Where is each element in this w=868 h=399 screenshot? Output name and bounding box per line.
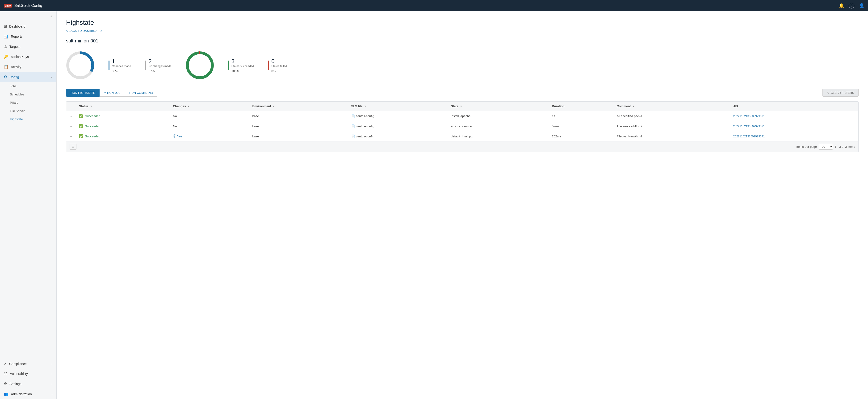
sidebar-item-settings[interactable]: ⚙ Settings › bbox=[0, 379, 56, 389]
th-status[interactable]: Status ▼ bbox=[76, 102, 169, 111]
expand-cell[interactable]: ›› bbox=[66, 111, 76, 121]
changes-cell: No bbox=[169, 111, 249, 121]
sidebar-item-label: Minion Keys bbox=[11, 55, 29, 59]
run-highstate-button[interactable]: RUN HIGHSTATE bbox=[66, 89, 99, 97]
help-icon[interactable]: ? bbox=[849, 3, 854, 8]
run-command-button[interactable]: RUN COMMAND bbox=[125, 89, 157, 97]
sidebar-collapse-button[interactable]: « bbox=[0, 11, 56, 21]
columns-button[interactable]: ⊞ bbox=[70, 144, 76, 149]
status-value: ✅Succeeded bbox=[79, 134, 166, 138]
environment-value: base bbox=[252, 114, 259, 118]
comment-filter-icon[interactable]: ▼ bbox=[632, 105, 635, 108]
sidebar-item-dashboard[interactable]: ⊞ Dashboard bbox=[0, 21, 56, 31]
changes-cell: No bbox=[169, 121, 249, 131]
table-row: ›› ✅Succeeded No base 📄centos-config ens… bbox=[66, 121, 858, 131]
changes-value: No bbox=[173, 125, 177, 128]
notifications-icon[interactable]: 🔔 bbox=[839, 3, 844, 8]
sidebar-item-label: Vulnerability bbox=[10, 372, 28, 376]
run-job-button[interactable]: ✏ RUN JOB bbox=[99, 89, 125, 97]
th-state[interactable]: State ▼ bbox=[447, 102, 549, 111]
failed-label: States failed bbox=[271, 65, 287, 68]
environment-cell: base bbox=[249, 131, 348, 141]
sidebar-item-reports[interactable]: 📊 Reports bbox=[0, 31, 56, 41]
sidebar-item-label: Dashboard bbox=[9, 25, 26, 28]
sidebar-item-compliance[interactable]: ✓ Compliance › bbox=[0, 359, 56, 369]
sls-file-cell: 📄centos-config bbox=[348, 111, 447, 121]
th-jid: JID bbox=[730, 102, 858, 111]
minion-keys-icon: 🔑 bbox=[4, 55, 8, 59]
th-comment[interactable]: Comment ▼ bbox=[613, 102, 730, 111]
th-expand bbox=[66, 102, 76, 111]
sidebar-item-activity[interactable]: 📋 Activity › bbox=[0, 62, 56, 72]
sidebar-item-file-server[interactable]: File Server bbox=[0, 107, 56, 115]
table-footer: ⊞ Items per page 102050100 1 - 3 of 3 it… bbox=[66, 141, 858, 152]
jid-link[interactable]: 20221102133509929571 bbox=[733, 125, 765, 128]
chevron-right-icon: › bbox=[52, 382, 53, 386]
sidebar-item-label: Config bbox=[9, 75, 19, 79]
config-submenu: Jobs Schedules Pillars File Server Highs… bbox=[0, 82, 56, 123]
changes-cell: ⓘYes bbox=[169, 131, 249, 141]
sls-file-value: centos-config bbox=[356, 114, 374, 118]
back-to-dashboard-link[interactable]: < BACK TO DASHBOARD bbox=[66, 29, 859, 33]
columns-icon: ⊞ bbox=[72, 145, 74, 148]
expand-icon[interactable]: ›› bbox=[70, 114, 72, 118]
comment-value: The service httpd i... bbox=[617, 125, 644, 128]
environment-column-label: Environment bbox=[252, 104, 271, 108]
status-filter-icon[interactable]: ▼ bbox=[90, 105, 92, 108]
duration-value: 57ms bbox=[552, 125, 559, 128]
state-filter-icon[interactable]: ▼ bbox=[460, 105, 462, 108]
sidebar-item-jobs[interactable]: Jobs bbox=[0, 82, 56, 90]
th-environment[interactable]: Environment ▼ bbox=[249, 102, 348, 111]
vulnerability-icon: 🛡 bbox=[4, 372, 7, 376]
sidebar-item-targets[interactable]: ◎ Targets bbox=[0, 41, 56, 52]
status-column-label: Status bbox=[79, 104, 89, 108]
states-failed-stat: 0 States failed 0% bbox=[268, 58, 287, 73]
environment-value: base bbox=[252, 125, 259, 128]
clear-filters-button[interactable]: ▽ CLEAR FILTERS bbox=[823, 89, 859, 97]
failed-number: 0 bbox=[271, 58, 287, 65]
changes-bar bbox=[108, 61, 110, 70]
per-page-select[interactable]: 102050100 bbox=[819, 144, 833, 149]
user-icon[interactable]: 👤 bbox=[859, 3, 864, 8]
sls-file-value: centos-config bbox=[356, 135, 374, 138]
failed-bar bbox=[268, 61, 269, 70]
sls-filter-icon[interactable]: ▼ bbox=[364, 105, 366, 108]
run-job-icon: ✏ bbox=[104, 91, 106, 95]
app-name: SaltStack Config bbox=[14, 3, 42, 8]
comment-value: All specified packa... bbox=[617, 114, 645, 118]
sidebar-item-administration[interactable]: 👥 Administration › bbox=[0, 389, 56, 399]
sidebar-item-label: Targets bbox=[9, 45, 20, 48]
jid-link[interactable]: 20221102133509929571 bbox=[733, 135, 765, 138]
sidebar-item-highstate[interactable]: Highstate bbox=[0, 115, 56, 123]
minion-name: salt-minion-001 bbox=[66, 38, 859, 43]
expand-cell[interactable]: ›› bbox=[66, 121, 76, 131]
app-logo: vmw SaltStack Config bbox=[4, 3, 42, 8]
th-changes[interactable]: Changes ▼ bbox=[169, 102, 249, 111]
sidebar-item-minion-keys[interactable]: 🔑 Minion Keys › bbox=[0, 52, 56, 62]
chevron-right-icon: › bbox=[52, 362, 53, 366]
status-cell: ✅Succeeded bbox=[76, 121, 169, 131]
th-sls-file[interactable]: SLS file ▼ bbox=[348, 102, 447, 111]
sidebar-item-vulnerability[interactable]: 🛡 Vulnerability › bbox=[0, 369, 56, 379]
chevron-right-icon: › bbox=[52, 372, 53, 375]
sidebar-item-config[interactable]: ⚙ Config ∨ bbox=[0, 72, 56, 82]
expand-icon[interactable]: ›› bbox=[70, 124, 72, 128]
environment-cell: base bbox=[249, 111, 348, 121]
sidebar-item-pillars[interactable]: Pillars bbox=[0, 99, 56, 107]
environment-filter-icon[interactable]: ▼ bbox=[273, 105, 275, 108]
table-row: ›› ✅Succeeded No base 📄centos-config ins… bbox=[66, 111, 858, 121]
topbar: vmw SaltStack Config 🔔 ? 👤 bbox=[0, 0, 868, 11]
state-value: install_apache bbox=[451, 114, 470, 118]
expand-cell[interactable]: ›› bbox=[66, 131, 76, 141]
jid-cell: 20221102133509929571 bbox=[730, 121, 858, 131]
states-succeeded-stat: 3 States succeeded 100% bbox=[228, 58, 254, 73]
expand-icon[interactable]: ›› bbox=[70, 134, 72, 138]
sidebar-item-schedules[interactable]: Schedules bbox=[0, 90, 56, 99]
table-row: ›› ✅Succeeded ⓘYes base 📄centos-config d… bbox=[66, 131, 858, 141]
changes-filter-icon[interactable]: ▼ bbox=[187, 105, 190, 108]
state-value: default_html_p... bbox=[451, 135, 473, 138]
duration-cell: 1s bbox=[549, 111, 613, 121]
sls-file-cell: 📄centos-config bbox=[348, 121, 447, 131]
jid-link[interactable]: 20221102133509929571 bbox=[733, 114, 765, 118]
no-changes-made-stat: 2 No changes made 67% bbox=[145, 58, 171, 73]
